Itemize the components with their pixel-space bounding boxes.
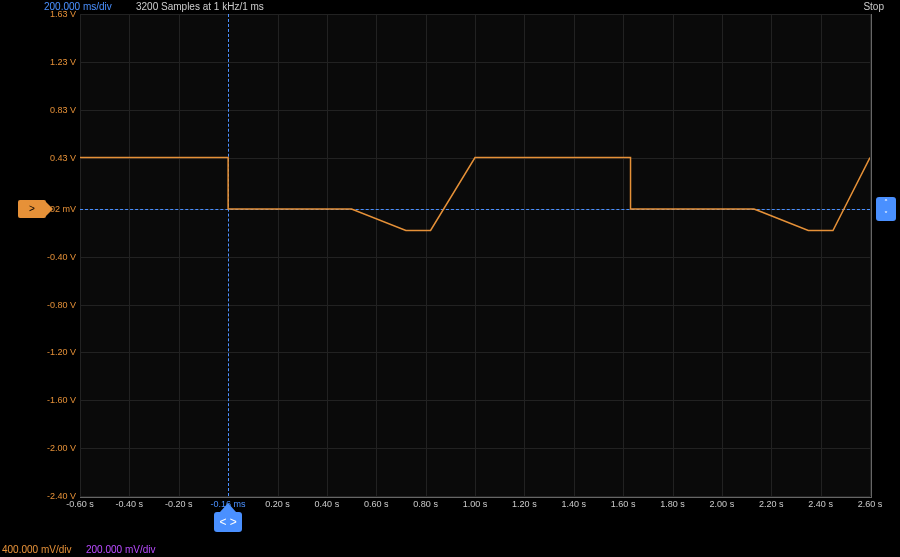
bottom-status-bar: 400.000 mV/div 200.000 mV/div: [0, 541, 900, 557]
gridline-v: [327, 14, 328, 496]
y-tick-label: -1.20 V: [4, 347, 76, 357]
y-tick-label: 1.23 V: [4, 57, 76, 67]
gridline-h: [80, 496, 870, 497]
x-tick-label: 1.60 s: [601, 499, 645, 509]
time-cursor-line[interactable]: [228, 14, 229, 496]
chevron-up-icon: ˄: [876, 197, 896, 209]
gridline-v: [278, 14, 279, 496]
x-tick-label: 0.40 s: [305, 499, 349, 509]
x-tick-label: 1.80 s: [651, 499, 695, 509]
gridline-v: [574, 14, 575, 496]
x-tick-label: -0.20 s: [157, 499, 201, 509]
ch2-offset-handle[interactable]: ˄ ˅: [876, 197, 896, 221]
x-tick-label: 1.40 s: [552, 499, 596, 509]
y-tick-label: 0.83 V: [4, 105, 76, 115]
chevron-right-icon: >: [29, 203, 35, 214]
x-tick-label: 2.00 s: [700, 499, 744, 509]
y-tick-label: -2.00 V: [4, 443, 76, 453]
x-tick-label: 0.20 s: [256, 499, 300, 509]
run-status[interactable]: Stop: [863, 2, 884, 12]
gridline-v: [426, 14, 427, 496]
y-tick-label: -0.80 V: [4, 300, 76, 310]
gridline-v: [179, 14, 180, 496]
ch2-scale-readout[interactable]: 200.000 mV/div: [86, 544, 156, 555]
y-tick-label: -0.40 V: [4, 252, 76, 262]
ch1-offset-handle[interactable]: >: [18, 200, 46, 218]
x-tick-label: -0.60 s: [58, 499, 102, 509]
y-tick-label: 0.43 V: [4, 153, 76, 163]
x-tick-label: 0.80 s: [404, 499, 448, 509]
y-tick-label: -1.60 V: [4, 395, 76, 405]
x-tick-label: 0.60 s: [354, 499, 398, 509]
gridline-v: [129, 14, 130, 496]
x-tick-label: 2.60 s: [848, 499, 892, 509]
top-status-bar: 200.000 ms/div 3200 Samples at 1 kHz/1 m…: [0, 0, 900, 14]
gridline-v: [771, 14, 772, 496]
gridline-v: [623, 14, 624, 496]
sample-info: 3200 Samples at 1 kHz/1 ms: [136, 2, 264, 12]
x-tick-label: 1.20 s: [502, 499, 546, 509]
gridline-v: [870, 14, 871, 496]
chevron-down-icon: ˅: [876, 209, 896, 221]
time-cursor-readout: -0.16 ms: [211, 499, 246, 509]
x-tick-label: -0.40 s: [107, 499, 151, 509]
drag-horizontal-icon: < >: [219, 515, 236, 529]
gridline-v: [524, 14, 525, 496]
gridline-v: [376, 14, 377, 496]
ch1-scale-readout[interactable]: 400.000 mV/div: [2, 544, 72, 555]
x-tick-label: 1.00 s: [453, 499, 497, 509]
y-tick-label: 1.63 V: [4, 9, 76, 19]
gridline-v: [475, 14, 476, 496]
gridline-v: [80, 14, 81, 496]
gridline-v: [722, 14, 723, 496]
x-tick-label: 2.40 s: [799, 499, 843, 509]
time-cursor-handle[interactable]: < >: [214, 512, 242, 532]
x-tick-label: 2.20 s: [749, 499, 793, 509]
gridline-v: [673, 14, 674, 496]
ch2-zero-line: [80, 209, 870, 210]
gridline-v: [821, 14, 822, 496]
